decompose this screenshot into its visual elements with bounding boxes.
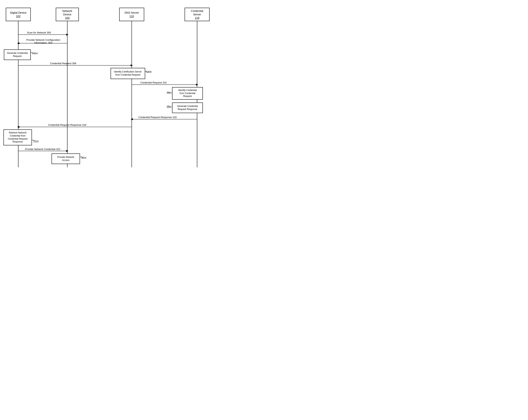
sequence-diagram: Digital Device 102 NetworkDevice 104 DNS… (0, 0, 264, 210)
action-320: Retrieve NetworkCredential fromCredentia… (3, 129, 32, 145)
entity-network-device-label: NetworkDevice (62, 9, 72, 16)
action-304: Generate CredentialRequest (4, 49, 31, 60)
entity-network-device: NetworkDevice 104 (56, 8, 79, 21)
label-306: Credential Request 306 (50, 62, 76, 65)
label-322: Provide Network Credential 322 (25, 148, 60, 151)
svg-marker-7 (17, 42, 19, 44)
svg-marker-15 (17, 126, 19, 128)
label-318: Credential Request Response 318 (48, 123, 86, 126)
entity-dns-server: DNS Server 110 (119, 8, 144, 21)
entity-credential-server: CredentialServer 116 (185, 8, 210, 21)
entity-credential-server-label: CredentialServer (191, 9, 203, 16)
label-316: Credential Request Response 316 (138, 116, 177, 119)
step-304: ⤵304 (32, 52, 38, 55)
entity-dns-server-number: 110 (129, 14, 134, 18)
entity-dns-server-label: DNS Server (125, 11, 139, 14)
entity-digital-device: Digital Device 102 (6, 8, 31, 21)
step-324: ⤵324 (81, 156, 86, 159)
entity-digital-device-number: 102 (16, 14, 20, 18)
label-302: Provide Network ConfigurationInformation… (21, 38, 65, 44)
entity-credential-server-number: 116 (195, 16, 199, 20)
action-308: Identify Certification Serverfrom Creden… (110, 68, 145, 79)
step-312: 312⤵ (167, 91, 172, 94)
svg-marker-11 (196, 84, 198, 85)
action-314: Generate CredentialRequest Response (172, 103, 203, 113)
svg-marker-5 (66, 34, 69, 36)
step-314: 314⤵ (167, 106, 172, 108)
label-300: Scan for Network 300 (27, 31, 51, 34)
action-312: Identify Credentialfrom CredentialReques… (172, 87, 203, 100)
svg-marker-17 (66, 150, 69, 152)
step-308: ⤵308 (146, 70, 152, 73)
label-310: Credential Request 310 (140, 81, 167, 84)
entity-digital-device-label: Digital Device (10, 11, 26, 14)
entity-network-device-number: 104 (65, 16, 69, 20)
step-320: ⤵320 (33, 140, 39, 143)
svg-marker-13 (131, 118, 133, 120)
action-324: Provide NetworkAccess (51, 154, 80, 164)
svg-marker-9 (131, 64, 133, 66)
